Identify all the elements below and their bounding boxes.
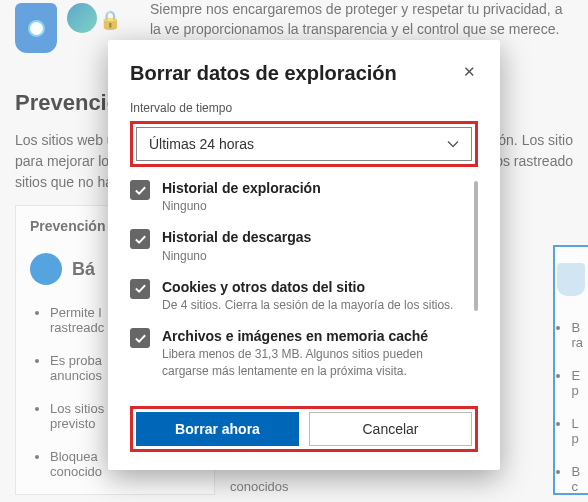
shield-circle-icon [30, 253, 62, 285]
shield-outline-icon [557, 263, 585, 296]
bottom-text: conocidos [230, 479, 289, 494]
time-range-highlight: Últimas 24 horas [130, 121, 478, 167]
option-cache[interactable]: Archivos e imágenes en memoria caché Lib… [130, 327, 468, 379]
chevron-down-icon [447, 140, 459, 148]
checkbox-checked[interactable] [130, 279, 150, 299]
option-download-history[interactable]: Historial de descargas Ninguno [130, 228, 468, 263]
option-title: Cookies y otros datos del sitio [162, 278, 468, 296]
section-heading: Prevenció [15, 90, 120, 116]
edge-browser-icon [67, 3, 97, 33]
option-subtitle: Ninguno [162, 198, 468, 214]
time-range-value: Últimas 24 horas [149, 136, 254, 152]
data-types-list: Historial de exploración Ninguno Histori… [130, 179, 478, 402]
cancel-button[interactable]: Cancelar [309, 412, 472, 446]
list-item: Lp [571, 416, 583, 446]
time-range-select[interactable]: Últimas 24 horas [136, 127, 472, 161]
option-title: Historial de descargas [162, 228, 468, 246]
list-item: Ep [571, 368, 583, 398]
option-browsing-history[interactable]: Historial de exploración Ninguno [130, 179, 468, 214]
option-title: Archivos e imágenes en memoria caché [162, 327, 468, 345]
option-subtitle: De 4 sitios. Cierra la sesión de la mayo… [162, 297, 468, 313]
list-item: Bc [571, 464, 583, 494]
checkbox-checked[interactable] [130, 229, 150, 249]
card-right-bullet-list: Bra Ep Lp Bc [571, 320, 583, 502]
list-item: Bra [571, 320, 583, 350]
dialog-title: Borrar datos de exploración [130, 62, 397, 85]
option-cookies[interactable]: Cookies y otros datos del sitio De 4 sit… [130, 278, 468, 313]
card-subheading: Prevención d [30, 218, 118, 234]
time-range-label: Intervalo de tiempo [130, 101, 478, 115]
intro-text: Siempre nos encargaremos de proteger y r… [150, 1, 562, 37]
scrollbar[interactable] [474, 181, 478, 311]
lock-icon: 🔒 [100, 10, 120, 30]
close-button[interactable]: ✕ [461, 62, 478, 81]
checkbox-checked[interactable] [130, 328, 150, 348]
option-subtitle: Ninguno [162, 248, 468, 264]
privacy-shield-icon [15, 3, 57, 53]
clear-browsing-data-dialog: Borrar datos de exploración ✕ Intervalo … [108, 40, 500, 470]
clear-now-button[interactable]: Borrar ahora [136, 412, 299, 446]
option-title: Historial de exploración [162, 179, 468, 197]
actions-highlight: Borrar ahora Cancelar [130, 406, 478, 452]
checkbox-checked[interactable] [130, 180, 150, 200]
card-title: Bá [72, 259, 95, 280]
option-subtitle: Libera menos de 31,3 MB. Algunos sitios … [162, 346, 468, 378]
close-icon: ✕ [463, 63, 476, 80]
